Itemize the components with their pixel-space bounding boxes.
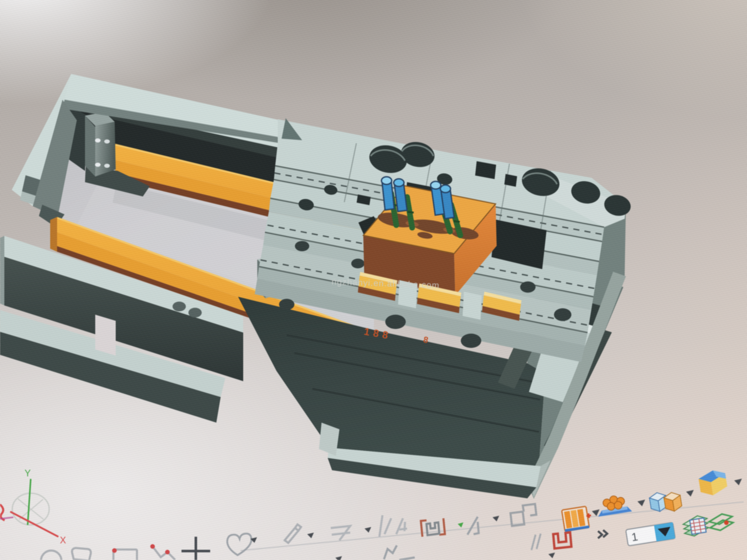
svg-text:Y: Y bbox=[25, 468, 31, 478]
svg-text:X: X bbox=[60, 535, 66, 545]
